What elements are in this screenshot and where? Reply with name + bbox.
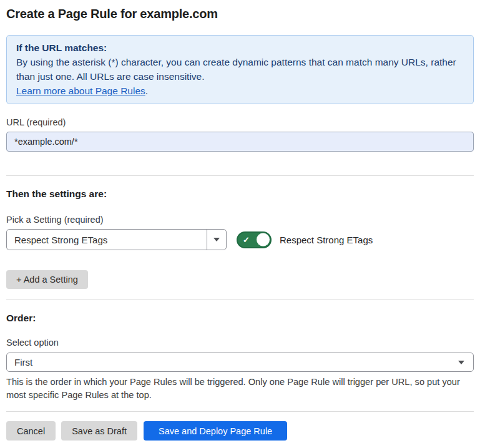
setting-select-arrow-button[interactable] — [207, 230, 226, 250]
url-input[interactable] — [6, 132, 474, 152]
add-setting-button[interactable]: + Add a Setting — [6, 270, 88, 289]
order-select-value: First — [7, 353, 453, 371]
page-title: Create a Page Rule for example.com — [6, 7, 474, 21]
order-section-heading: Order: — [6, 313, 474, 324]
settings-section-heading: Then the settings are: — [6, 188, 474, 200]
chevron-down-icon — [458, 361, 464, 364]
section-divider — [6, 175, 474, 176]
order-help-text: This is the order in which your Page Rul… — [6, 376, 474, 402]
cancel-button[interactable]: Cancel — [6, 421, 56, 441]
footer-divider — [6, 411, 474, 412]
toggle-label: Respect Strong ETags — [280, 235, 373, 245]
section-divider — [6, 299, 474, 299]
toggle-knob — [257, 233, 270, 246]
info-box-link-line: Learn more about Page Rules. — [16, 84, 464, 98]
info-box-heading: If the URL matches: — [16, 41, 464, 55]
link-suffix: . — [145, 85, 148, 96]
order-select-arrow — [453, 353, 473, 371]
footer-buttons: Cancel Save as Draft Save and Deploy Pag… — [6, 421, 474, 441]
setting-row: Respect Strong ETags ✓ Respect Strong ET… — [6, 229, 474, 250]
chevron-down-icon — [213, 238, 220, 241]
setting-select-value: Respect Strong ETags — [7, 230, 207, 250]
learn-more-link[interactable]: Learn more about Page Rules — [16, 85, 145, 96]
create-page-rule-form: Create a Page Rule for example.com If th… — [0, 7, 480, 441]
check-icon: ✓ — [243, 236, 250, 244]
order-select[interactable]: First — [6, 353, 474, 372]
etags-toggle[interactable]: ✓ — [237, 231, 272, 248]
pick-setting-label: Pick a Setting (required) — [6, 215, 474, 225]
url-match-info-box: If the URL matches: By using the asteris… — [6, 35, 474, 104]
save-as-draft-button[interactable]: Save as Draft — [61, 421, 137, 441]
info-box-body: By using the asterisk (*) character, you… — [16, 55, 464, 84]
save-and-deploy-button[interactable]: Save and Deploy Page Rule — [144, 421, 287, 441]
url-field-label: URL (required) — [6, 117, 474, 127]
order-select-label: Select option — [6, 338, 474, 348]
setting-select[interactable]: Respect Strong ETags — [6, 229, 227, 250]
